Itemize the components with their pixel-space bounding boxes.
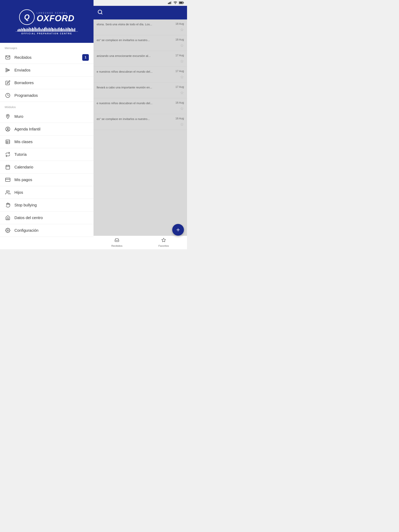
main-content: elona. Será una visira de todo el día. L… — [94, 0, 187, 249]
message-right: 17 Aug ☆ — [175, 70, 184, 80]
svg-rect-56 — [71, 28, 72, 32]
star-button[interactable]: ☆ — [180, 106, 184, 111]
tutoria-label: Tutoría — [14, 152, 27, 157]
svg-line-80 — [101, 13, 102, 14]
list-icon — [5, 139, 11, 145]
svg-point-66 — [7, 128, 9, 129]
tab-recibidos[interactable]: Recibidos — [94, 238, 140, 247]
sidebar-item-clases[interactable]: Mis clases — [0, 136, 94, 148]
message-preview: llevará a cabo una importante reunión en… — [97, 85, 174, 89]
svg-rect-36 — [49, 28, 50, 32]
hijos-label: Hijos — [14, 190, 23, 195]
brand-logo-circle: Q — [19, 9, 35, 25]
svg-marker-62 — [6, 68, 10, 72]
star-button[interactable]: ☆ — [180, 122, 184, 127]
sidebar-item-tutoria[interactable]: Tutoría — [0, 148, 94, 161]
arrows-icon — [5, 151, 11, 158]
brand-skyline — [14, 26, 80, 32]
sidebar-item-borradores[interactable]: Borradores — [0, 76, 94, 89]
message-date: 17 Aug — [175, 70, 184, 73]
message-item[interactable]: e nuestros niños descubran el mundo del.… — [94, 67, 187, 82]
svg-point-4 — [175, 4, 176, 4]
svg-rect-30 — [42, 28, 43, 32]
svg-rect-37 — [50, 28, 51, 32]
message-item[interactable]: e nuestros niños descubran el mundo del.… — [94, 98, 187, 114]
svg-rect-45 — [59, 27, 59, 32]
send-icon — [5, 67, 11, 73]
sidebar-item-datos[interactable]: Datos del centro — [0, 211, 94, 224]
sidebar: Q LANGUAGE SCHOOL OXFORD — [0, 0, 94, 249]
svg-rect-9 — [19, 29, 19, 32]
message-right: 16 Aug ☆ — [175, 117, 184, 127]
svg-rect-50 — [64, 29, 65, 32]
svg-rect-54 — [69, 28, 70, 32]
section-mensajes-label: Mensajes — [0, 43, 94, 51]
svg-rect-6 — [183, 2, 184, 3]
brand-top-row: Q LANGUAGE SCHOOL OXFORD — [19, 9, 74, 25]
star-button[interactable]: ☆ — [180, 43, 184, 48]
signal-icon — [168, 1, 172, 5]
message-item[interactable]: elona. Será una visira de todo el día. L… — [94, 19, 187, 35]
pin-icon — [5, 113, 11, 120]
svg-rect-57 — [72, 28, 73, 32]
sidebar-item-muro[interactable]: Muro — [0, 110, 94, 123]
svg-rect-32 — [44, 28, 45, 32]
sidebar-item-pagos[interactable]: Mis pagos — [0, 173, 94, 186]
sidebar-item-calendario[interactable]: Calendario — [0, 161, 94, 173]
message-item[interactable]: anizando una emocionante excursión al...… — [94, 51, 187, 67]
svg-rect-40 — [53, 29, 54, 32]
sidebar-item-recibidos[interactable]: Recibidos 1 — [0, 51, 94, 64]
message-preview: elona. Será una visira de todo el día. L… — [97, 22, 174, 26]
message-item[interactable]: es" se complace en invitarlos a nuestro.… — [94, 114, 187, 130]
skyline-svg — [16, 26, 78, 32]
svg-rect-52 — [67, 28, 67, 32]
sidebar-item-enviados[interactable]: Enviados — [0, 64, 94, 76]
tab-favoritos[interactable]: Favoritos — [140, 238, 187, 247]
sidebar-item-programados[interactable]: Programados — [0, 89, 94, 102]
svg-rect-44 — [58, 28, 58, 32]
star-button[interactable]: ☆ — [180, 75, 184, 80]
message-date: 18 Aug — [175, 38, 184, 41]
svg-rect-19 — [30, 28, 31, 32]
svg-rect-48 — [62, 29, 63, 32]
edit-icon — [5, 80, 11, 86]
message-date: 18 Aug — [175, 22, 184, 25]
message-item[interactable]: es" se complace en invitarlos a nuestro.… — [94, 35, 187, 51]
svg-rect-20 — [31, 29, 32, 32]
svg-rect-24 — [35, 28, 36, 32]
star-button[interactable]: ☆ — [180, 59, 184, 64]
svg-rect-21 — [32, 28, 33, 32]
star-button[interactable]: ☆ — [180, 90, 184, 95]
svg-rect-42 — [56, 28, 56, 32]
svg-rect-11 — [21, 28, 22, 32]
recibidos-label: Recibidos — [14, 55, 32, 60]
message-right: 17 Aug ☆ — [175, 54, 184, 64]
section-modulos-label: Módulos — [0, 102, 94, 110]
sidebar-item-bullying[interactable]: Stop bullying — [0, 199, 94, 211]
message-date: 17 Aug — [175, 85, 184, 89]
star-button[interactable]: ☆ — [180, 27, 184, 32]
people-icon — [5, 189, 11, 196]
sidebar-item-agenda[interactable]: Agenda Infantil — [0, 123, 94, 136]
message-date: 16 Aug — [175, 101, 184, 104]
svg-rect-35 — [48, 29, 48, 32]
bullying-label: Stop bullying — [14, 203, 37, 207]
svg-rect-18 — [29, 27, 29, 32]
svg-rect-43 — [57, 29, 57, 32]
sidebar-item-config[interactable]: Configuración — [0, 224, 94, 237]
svg-rect-16 — [27, 28, 27, 32]
svg-rect-41 — [55, 28, 55, 32]
star-tab-icon — [161, 238, 166, 244]
svg-rect-51 — [66, 28, 66, 32]
sidebar-item-hijos[interactable]: Hijos — [0, 186, 94, 199]
message-item[interactable]: llevará a cabo una importante reunión en… — [94, 82, 187, 98]
svg-rect-39 — [52, 28, 53, 32]
brand-q-letter: Q — [24, 14, 30, 21]
tab-recibidos-label: Recibidos — [111, 244, 122, 247]
message-list: elona. Será una visira de todo el día. L… — [94, 19, 187, 236]
search-button[interactable] — [97, 9, 103, 16]
svg-rect-38 — [51, 27, 52, 32]
mail-icon — [5, 54, 11, 61]
compose-fab[interactable]: + — [172, 224, 184, 236]
clases-label: Mis clases — [14, 140, 32, 144]
